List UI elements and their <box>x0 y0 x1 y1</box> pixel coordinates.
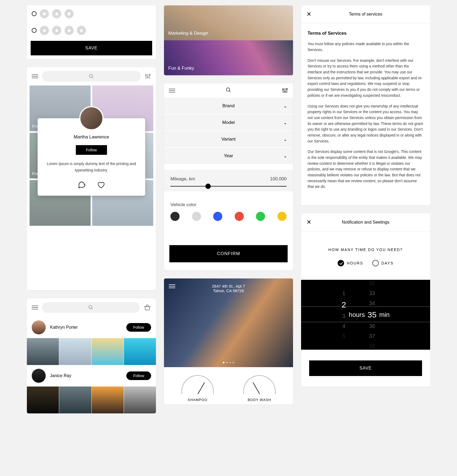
sliders-icon[interactable] <box>145 73 151 80</box>
star-icon <box>40 26 49 35</box>
star-icon <box>40 9 49 18</box>
sliders-icon[interactable] <box>282 87 288 94</box>
color-swatch[interactable] <box>235 212 244 221</box>
svg-point-11 <box>226 88 230 91</box>
heart-icon[interactable] <box>97 181 105 189</box>
hamburger-icon[interactable] <box>169 283 175 289</box>
thumb[interactable] <box>92 338 124 365</box>
color-swatches <box>164 209 293 232</box>
vehicle-color-label: Vehicle color <box>164 197 293 209</box>
mileage-slider[interactable]: Mileage, km 100.000 <box>164 170 293 191</box>
hamburger-icon[interactable] <box>169 88 175 94</box>
hours-wheel[interactable]: 1 2 3 4 5 <box>342 290 346 339</box>
pager-dots[interactable] <box>164 362 293 363</box>
gauge-shampoo[interactable]: SHAMPOO <box>177 375 218 402</box>
svg-point-5 <box>145 75 147 76</box>
radio-icon <box>372 260 379 266</box>
avatar <box>32 369 46 383</box>
color-swatch[interactable] <box>170 212 180 221</box>
close-icon[interactable]: ✕ <box>306 11 311 18</box>
svg-line-9 <box>92 308 93 309</box>
filter-variant[interactable]: Variant⌄ <box>164 131 293 147</box>
save-button[interactable]: SAVE <box>309 360 422 376</box>
filter-year[interactable]: Year⌄ <box>164 148 293 164</box>
search-icon <box>89 74 94 79</box>
rating-row-4[interactable] <box>27 22 156 39</box>
follow-button[interactable]: Follow <box>126 371 151 380</box>
color-swatch[interactable] <box>213 212 222 221</box>
radio-icon[interactable] <box>32 28 37 33</box>
radio-icon[interactable] <box>32 11 37 16</box>
chevron-down-icon: ⌄ <box>283 120 287 126</box>
terms-header: Terms of services <box>306 12 425 17</box>
time-wheel[interactable]: 1 2 3 4 5 hours 32 33 34 35 36 37 38 min <box>301 280 430 350</box>
profile-desc: Lorem Ipsum is simply dummy text of the … <box>46 161 137 174</box>
terms-p: You must follow any policies made availa… <box>308 41 424 53</box>
hamburger-icon[interactable] <box>32 73 38 79</box>
chevron-down-icon: ⌄ <box>283 137 287 142</box>
mileage-label: Mileage, km <box>170 176 195 182</box>
hours-unit: hours <box>349 311 365 318</box>
thumb[interactable] <box>92 386 124 413</box>
thumb[interactable] <box>27 338 59 365</box>
thumb[interactable] <box>27 386 59 413</box>
slider-track <box>170 186 287 187</box>
user-row: Janice Ray Follow <box>27 365 156 386</box>
confirm-button[interactable]: CONFIRM <box>169 245 288 262</box>
close-icon[interactable]: ✕ <box>306 219 311 226</box>
svg-line-1 <box>92 77 93 78</box>
rating-row-3[interactable] <box>27 5 156 22</box>
filter-model[interactable]: Model⌄ <box>164 114 293 131</box>
star-icon <box>77 26 86 35</box>
radio-icon <box>338 260 344 266</box>
comment-icon[interactable] <box>78 181 86 189</box>
search-input[interactable] <box>42 71 141 82</box>
search-input[interactable] <box>42 302 140 313</box>
terms-p: Using our Services does not give you own… <box>308 103 424 144</box>
thumb[interactable] <box>59 338 91 365</box>
minutes-wheel[interactable]: 32 33 34 35 36 37 38 <box>367 280 376 349</box>
hamburger-icon[interactable] <box>32 305 38 310</box>
gauge-needle <box>253 382 260 394</box>
thumb[interactable] <box>124 338 156 365</box>
follow-button[interactable]: Follow <box>76 145 107 155</box>
svg-point-0 <box>90 74 93 78</box>
address-line1: 2647 4th St., Apt 7 <box>164 284 293 288</box>
gauge-label: SHAMPOO <box>177 398 218 402</box>
radio-days[interactable]: DAYS <box>372 260 394 266</box>
profile-popup: Martha Lawrence Follow Lorem Ipsum is si… <box>38 118 145 196</box>
terms-title: Terms of Services <box>308 30 424 37</box>
save-button[interactable]: SAVE <box>31 41 152 55</box>
gauge-bodywash[interactable]: BODY WASH <box>239 375 280 402</box>
notif-question: HOW MANY TIME DO YOU NEED? <box>301 231 430 260</box>
thumb[interactable] <box>124 386 156 413</box>
terms-p: Our Services display some content that i… <box>308 149 424 190</box>
discover-card: Friends Beautiful Sky Forrest Sea Martha… <box>27 67 156 290</box>
chevron-down-icon: ⌄ <box>283 103 287 109</box>
color-swatch[interactable] <box>256 212 265 221</box>
follow-button[interactable]: Follow <box>126 323 151 332</box>
star-icon <box>52 9 61 18</box>
user-name: Janice Ray <box>50 373 122 378</box>
min-unit: min <box>379 311 390 318</box>
mileage-value: 100.000 <box>270 176 287 182</box>
slider-thumb[interactable] <box>205 184 211 189</box>
radio-hours[interactable]: HOURS <box>338 260 363 266</box>
color-swatch[interactable] <box>192 212 201 221</box>
svg-point-8 <box>89 306 92 309</box>
thumb[interactable] <box>59 386 91 413</box>
banner-fun[interactable]: Fun & Funky <box>164 40 293 75</box>
avatar <box>32 320 46 334</box>
search-icon[interactable] <box>226 87 231 93</box>
profile-name: Martha Lawrence <box>46 134 137 140</box>
photo-row <box>27 386 156 413</box>
svg-point-17 <box>284 91 285 92</box>
terms-card: ✕ Terms of services Terms of Services Yo… <box>301 5 430 205</box>
svg-point-7 <box>149 74 150 75</box>
apartment-card: 2647 4th St., Apt 7 Tahoe, CA 98726 SHAM… <box>164 278 293 405</box>
banner-marketing[interactable]: Marketing & Design <box>164 5 293 40</box>
filter-card: Brand⌄ Model⌄ Variant⌄ Year⌄ Mileage, km… <box>164 83 293 270</box>
basket-icon[interactable] <box>144 304 151 311</box>
filter-brand[interactable]: Brand⌄ <box>164 98 293 114</box>
color-swatch[interactable] <box>277 212 287 221</box>
